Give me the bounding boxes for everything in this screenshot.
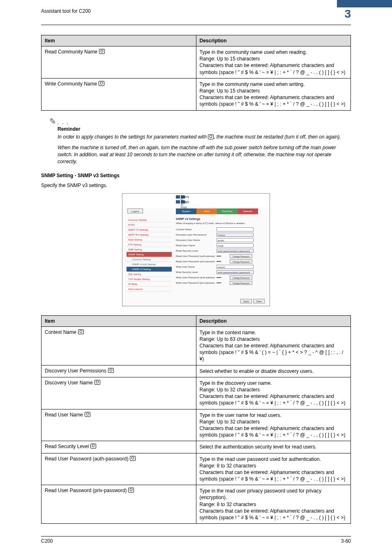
table2-r5-d2: Range: 8 to 32 characters	[200, 462, 348, 469]
change-password-button[interactable]: Change Password	[230, 254, 252, 258]
table2-r6-d2: Range: 8 to 32 characters	[200, 501, 348, 508]
select-read-sec[interactable]: auth-password/priv-password	[217, 249, 254, 253]
logout-button[interactable]: Logout	[127, 208, 143, 213]
sidebar-item[interactable]: TCP Socket Setting	[127, 277, 172, 282]
sidebar-item[interactable]: Common Setting	[127, 217, 172, 222]
reminder-p1a: In order to apply changes to the setting…	[58, 134, 207, 140]
svg-rect-1	[99, 81, 104, 86]
table-row: Read Community Name Type in the communit…	[42, 46, 351, 79]
apply-button[interactable]: Apply	[240, 299, 252, 303]
restart-required-icon	[99, 49, 105, 54]
shot-ready1: Ready to scan.	[181, 195, 185, 199]
input-write-name[interactable]: restrict	[217, 265, 254, 269]
restart-required-icon	[95, 380, 100, 385]
reminder-dots: . . .	[57, 119, 69, 126]
tab-print[interactable]: Print	[196, 208, 217, 214]
table2-r6-d1: Type in the read user privacy password u…	[200, 488, 348, 501]
change-password-button[interactable]: Change Password	[230, 259, 252, 264]
restart-required-icon	[85, 412, 90, 417]
select-disc-perm[interactable]: Grants	[217, 233, 254, 237]
header-rule	[41, 25, 351, 25]
reminder-label: Reminder	[58, 126, 351, 132]
copier-icon	[176, 195, 180, 199]
label-read-sec: Read Security Level	[176, 250, 215, 252]
svg-rect-8	[130, 456, 136, 460]
table-row: Read User Name Type in the user name for…	[42, 409, 351, 441]
reminder-hand-icon: ✎	[49, 116, 56, 126]
restart-required-icon	[99, 81, 104, 86]
sidebar-item[interactable]: SSL Setting	[127, 272, 172, 277]
footer-right: 3-60	[341, 538, 351, 544]
table1-head-desc: Description	[196, 35, 351, 46]
sidebar-item[interactable]: SMTP RX Settings	[127, 232, 172, 237]
table1-r0-d3: Characters that can be entered: Alphanum…	[200, 62, 348, 75]
password-masked: ••••	[217, 275, 226, 280]
embedded-screenshot: Ready to scan. Ready to Print Logout Sys…	[122, 193, 270, 306]
table-row: Discovery User Permissions Select whethe…	[42, 365, 351, 377]
sidebar-subitem[interactable]: - Common Setting	[127, 257, 172, 262]
table1-r0-d2: Range: Up to 15 characters	[200, 56, 348, 62]
svg-rect-6	[85, 412, 90, 416]
table2-r5-d3: Characters that can be entered: Alphanum…	[200, 469, 348, 482]
section-intro: Specify the SNMP v3 settings.	[41, 183, 351, 188]
sidebar-item[interactable]: IP Relay	[127, 282, 172, 287]
change-password-button[interactable]: Change Password	[230, 275, 252, 280]
sidebar-item[interactable]: Scan Setting	[127, 237, 172, 242]
table-row: Read User Password (priv-password) Type …	[42, 485, 351, 524]
tab-system[interactable]: System	[176, 208, 196, 214]
input-context-name[interactable]	[217, 227, 254, 231]
label-read-name: Read User Name	[176, 244, 215, 247]
table2-r5-d1: Type in the read user password used for …	[200, 456, 348, 462]
sidebar-item-snmp[interactable]: SNMP Setting	[127, 252, 172, 257]
label-disc-name: Discovery User Name	[176, 239, 215, 241]
clear-button[interactable]: Clear	[253, 299, 265, 303]
select-write-sec[interactable]: auth-password/priv-password	[217, 270, 254, 274]
restart-required-icon	[108, 368, 114, 373]
tab-fax-scan[interactable]: Fax/Scan	[217, 208, 238, 214]
label-write-auth: Write User Password (auth-password)	[176, 276, 215, 279]
shot-ready2: Ready to Print	[181, 200, 185, 204]
table2-r1-d1: Select whether to enable or disable disc…	[200, 368, 348, 375]
footer-left: C200	[41, 538, 53, 544]
sidebar-item[interactable]: Auto Log-out	[127, 287, 172, 291]
tab-network[interactable]: Network	[238, 208, 258, 214]
password-masked: ••••	[217, 254, 226, 259]
chapter-accent-bar	[337, 0, 392, 7]
reminder-block: ✎ . . . Reminder In order to apply chang…	[49, 116, 351, 165]
svg-rect-9	[129, 488, 134, 493]
input-read-name[interactable]: initial	[217, 243, 254, 247]
input-disc-name[interactable]: public	[217, 238, 254, 242]
table1-r1-d2: Range: Up to 15 characters	[200, 88, 348, 94]
password-masked: ••••	[217, 259, 226, 264]
page-footer: C200 3-60	[41, 536, 351, 544]
table2-r2-d1: Type in the discovery user name.	[200, 380, 348, 386]
table2-r3-d3: Characters that can be entered: Alphanum…	[200, 425, 348, 438]
chapter-number-wrap: 3	[337, 8, 351, 22]
sidebar-item[interactable]: POP3	[127, 222, 172, 227]
change-password-button[interactable]: Change Password	[230, 281, 252, 285]
table1-r0-d1: Type in the community name used when rea…	[200, 49, 348, 56]
sidebar-subitem-snmpv3[interactable]: - SNMP v3 Setting	[127, 267, 172, 272]
label-write-sec: Write Security Level	[176, 271, 215, 273]
printer-icon	[176, 200, 180, 204]
table-row: Context Name Type in the context name. R…	[42, 326, 351, 365]
sidebar-item[interactable]: SMB Setting	[127, 247, 172, 252]
label-write-priv: Write User Password (priv-password)	[176, 282, 215, 284]
table2-r6-d3: Characters that can be entered: Alphanum…	[200, 508, 348, 521]
table2-r3-item: Read User Name	[45, 412, 83, 418]
table2-r0-d3: Characters that can be entered: Alphanum…	[200, 342, 348, 363]
table2-r0-d1: Type in the context name.	[200, 329, 348, 336]
sidebar-item[interactable]: SMTP TX Settings	[127, 227, 172, 232]
page-header: Assistant tool for C200 3	[41, 8, 351, 23]
sidebar-item[interactable]: FTP Setting	[127, 242, 172, 247]
sidebar-subitem[interactable]: - SNMP v1/v2c Setting	[127, 262, 172, 267]
table1-r1-item: Write Community Name	[45, 81, 97, 87]
table2-head-desc: Description	[196, 315, 351, 326]
shot-main-note: When changing a setup of [*] mark, reboo…	[176, 222, 266, 224]
reminder-paragraph-1: In order to apply changes to the setting…	[58, 134, 351, 141]
svg-rect-3	[78, 329, 83, 334]
svg-rect-4	[108, 368, 114, 372]
restart-required-icon	[78, 329, 84, 334]
table-row: Read User Password (auth-password) Type …	[42, 453, 351, 485]
table1-r1-d1: Type in the community name used when wri…	[200, 81, 348, 88]
